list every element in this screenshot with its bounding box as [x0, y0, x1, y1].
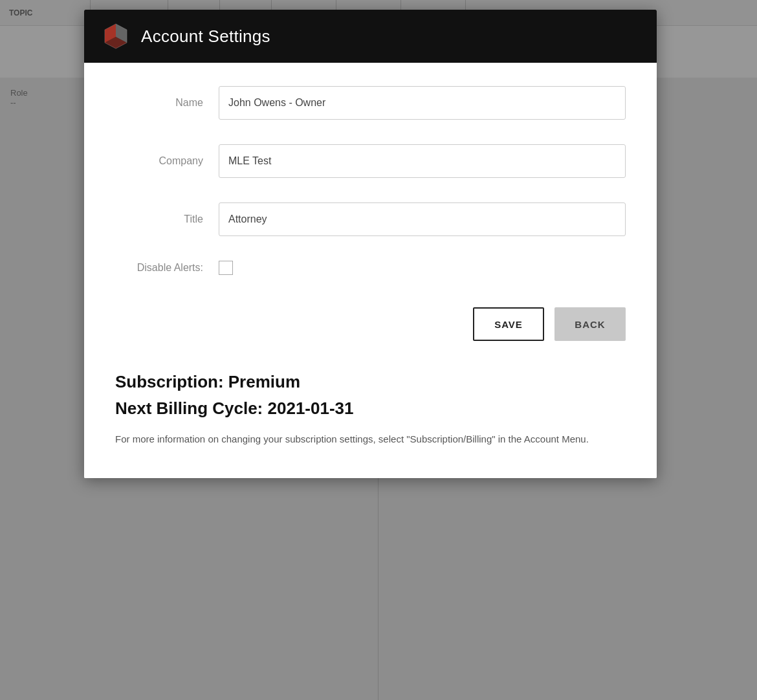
save-button[interactable]: SAVE: [473, 307, 544, 341]
modal-header: Account Settings: [84, 10, 657, 63]
company-label: Company: [115, 155, 219, 167]
title-row: Title: [115, 202, 626, 236]
subscription-title: Subscription: Premium: [115, 372, 626, 392]
app-logo-icon: [102, 23, 129, 50]
modal-title: Account Settings: [141, 27, 270, 47]
disable-alerts-row: Disable Alerts:: [115, 261, 626, 275]
billing-cycle: Next Billing Cycle: 2021-01-31: [115, 399, 626, 419]
button-row: SAVE BACK: [115, 307, 626, 341]
name-row: Name: [115, 86, 626, 120]
disable-alerts-checkbox[interactable]: [219, 261, 233, 275]
title-input[interactable]: [219, 202, 626, 236]
subscription-section: Subscription: Premium Next Billing Cycle…: [115, 372, 626, 452]
disable-alerts-label: Disable Alerts:: [115, 262, 219, 274]
modal-body: Name Company Title Disable Alerts: SAVE …: [84, 63, 657, 478]
name-label: Name: [115, 97, 219, 109]
account-settings-modal: Account Settings Name Company Title Disa…: [84, 10, 657, 478]
back-button[interactable]: BACK: [554, 307, 626, 341]
subscription-info: For more information on changing your su…: [115, 432, 626, 447]
name-input[interactable]: [219, 86, 626, 120]
title-label: Title: [115, 213, 219, 225]
company-input[interactable]: [219, 144, 626, 178]
company-row: Company: [115, 144, 626, 178]
